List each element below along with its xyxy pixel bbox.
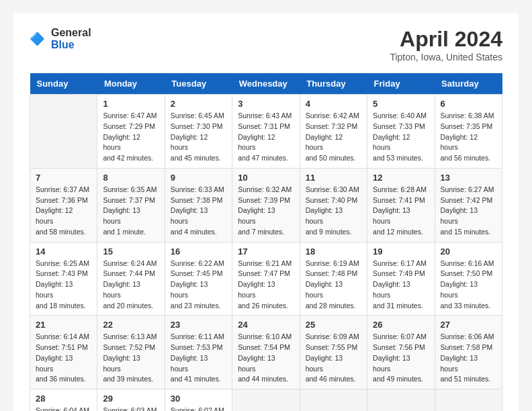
col-sunday: Sunday <box>30 73 97 95</box>
calendar-cell <box>232 390 300 412</box>
day-info: Sunrise: 6:33 AMSunset: 7:38 PMDaylight:… <box>171 185 226 238</box>
calendar-cell: 20Sunrise: 6:16 AMSunset: 7:50 PMDayligh… <box>435 242 502 316</box>
calendar-cell: 1Sunrise: 6:47 AMSunset: 7:29 PMDaylight… <box>97 95 165 169</box>
calendar-cell <box>435 390 502 412</box>
calendar-cell: 4Sunrise: 6:42 AMSunset: 7:32 PMDaylight… <box>300 95 367 169</box>
day-info: Sunrise: 6:06 AMSunset: 7:58 PMDaylight:… <box>441 332 496 385</box>
day-info: Sunrise: 6:27 AMSunset: 7:42 PMDaylight:… <box>441 185 496 238</box>
calendar-cell: 16Sunrise: 6:22 AMSunset: 7:45 PMDayligh… <box>165 242 232 316</box>
day-number: 5 <box>373 99 429 109</box>
calendar-week-row: 14Sunrise: 6:25 AMSunset: 7:43 PMDayligh… <box>30 242 502 316</box>
logo-general: General <box>51 27 91 38</box>
col-wednesday: Wednesday <box>232 73 300 95</box>
calendar-cell: 18Sunrise: 6:19 AMSunset: 7:48 PMDayligh… <box>300 242 367 316</box>
day-number: 26 <box>373 320 429 330</box>
col-tuesday: Tuesday <box>165 73 232 95</box>
day-number: 8 <box>103 173 159 183</box>
col-thursday: Thursday <box>300 73 367 95</box>
day-info: Sunrise: 6:45 AMSunset: 7:30 PMDaylight:… <box>171 111 226 164</box>
day-info: Sunrise: 6:24 AMSunset: 7:44 PMDaylight:… <box>103 259 159 312</box>
col-saturday: Saturday <box>435 73 502 95</box>
day-number: 29 <box>103 394 159 404</box>
day-info: Sunrise: 6:30 AMSunset: 7:40 PMDaylight:… <box>306 185 361 238</box>
calendar-cell: 15Sunrise: 6:24 AMSunset: 7:44 PMDayligh… <box>97 242 165 316</box>
day-info: Sunrise: 6:47 AMSunset: 7:29 PMDaylight:… <box>103 111 159 164</box>
logo-blue: Blue <box>51 39 75 50</box>
calendar-cell: 26Sunrise: 6:07 AMSunset: 7:56 PMDayligh… <box>367 316 435 390</box>
calendar-cell: 5Sunrise: 6:40 AMSunset: 7:33 PMDaylight… <box>367 95 435 169</box>
calendar-cell: 10Sunrise: 6:32 AMSunset: 7:39 PMDayligh… <box>232 168 300 242</box>
day-info: Sunrise: 6:40 AMSunset: 7:33 PMDaylight:… <box>373 111 429 164</box>
day-number: 18 <box>306 246 361 257</box>
day-info: Sunrise: 6:35 AMSunset: 7:37 PMDaylight:… <box>103 185 159 238</box>
calendar-cell: 7Sunrise: 6:37 AMSunset: 7:36 PMDaylight… <box>30 168 97 242</box>
day-number: 2 <box>171 99 226 109</box>
day-number: 13 <box>441 173 496 183</box>
day-number: 20 <box>441 246 496 257</box>
calendar-cell: 6Sunrise: 6:38 AMSunset: 7:35 PMDaylight… <box>435 95 502 169</box>
col-monday: Monday <box>97 73 165 95</box>
day-info: Sunrise: 6:04 AMSunset: 7:59 PMDaylight:… <box>36 406 91 411</box>
day-number: 15 <box>103 246 159 257</box>
day-number: 28 <box>36 394 91 404</box>
day-number: 3 <box>238 99 294 109</box>
day-number: 11 <box>306 173 361 183</box>
calendar-cell <box>300 390 367 412</box>
calendar-cell: 13Sunrise: 6:27 AMSunset: 7:42 PMDayligh… <box>435 168 502 242</box>
day-number: 9 <box>171 173 226 183</box>
day-number: 23 <box>171 320 226 330</box>
day-number: 6 <box>441 99 496 109</box>
day-number: 14 <box>36 246 91 257</box>
day-info: Sunrise: 6:25 AMSunset: 7:43 PMDaylight:… <box>36 259 91 312</box>
day-number: 22 <box>103 320 159 330</box>
day-info: Sunrise: 6:37 AMSunset: 7:36 PMDaylight:… <box>36 185 91 238</box>
day-number: 4 <box>306 99 361 109</box>
day-number: 19 <box>373 246 429 257</box>
header-row: 🔷 General Blue April 2024 Tipton, Iowa, … <box>30 27 502 62</box>
day-info: Sunrise: 6:14 AMSunset: 7:51 PMDaylight:… <box>36 332 91 385</box>
calendar-cell: 19Sunrise: 6:17 AMSunset: 7:49 PMDayligh… <box>367 242 435 316</box>
calendar-cell: 3Sunrise: 6:43 AMSunset: 7:31 PMDaylight… <box>232 95 300 169</box>
calendar-cell: 21Sunrise: 6:14 AMSunset: 7:51 PMDayligh… <box>30 316 97 390</box>
calendar-week-row: 7Sunrise: 6:37 AMSunset: 7:36 PMDaylight… <box>30 168 502 242</box>
day-number: 24 <box>238 320 294 330</box>
calendar-week-row: 21Sunrise: 6:14 AMSunset: 7:51 PMDayligh… <box>30 316 502 390</box>
day-number: 17 <box>238 246 294 257</box>
calendar-cell: 8Sunrise: 6:35 AMSunset: 7:37 PMDaylight… <box>97 168 165 242</box>
calendar-cell: 11Sunrise: 6:30 AMSunset: 7:40 PMDayligh… <box>300 168 367 242</box>
calendar-cell: 30Sunrise: 6:02 AMSunset: 8:01 PMDayligh… <box>165 390 232 412</box>
day-info: Sunrise: 6:16 AMSunset: 7:50 PMDaylight:… <box>441 259 496 312</box>
day-info: Sunrise: 6:43 AMSunset: 7:31 PMDaylight:… <box>238 111 294 164</box>
calendar-cell: 14Sunrise: 6:25 AMSunset: 7:43 PMDayligh… <box>30 242 97 316</box>
day-number: 21 <box>36 320 91 330</box>
day-number: 10 <box>238 173 294 183</box>
day-info: Sunrise: 6:07 AMSunset: 7:56 PMDaylight:… <box>373 332 429 385</box>
title-block: April 2024 Tipton, Iowa, United States <box>390 27 502 62</box>
col-friday: Friday <box>367 73 435 95</box>
day-number: 27 <box>441 320 496 330</box>
calendar-cell: 25Sunrise: 6:09 AMSunset: 7:55 PMDayligh… <box>300 316 367 390</box>
svg-text:🔷: 🔷 <box>30 31 45 46</box>
day-number: 25 <box>306 320 361 330</box>
day-info: Sunrise: 6:19 AMSunset: 7:48 PMDaylight:… <box>306 259 361 312</box>
day-number: 1 <box>103 99 159 109</box>
calendar-subtitle: Tipton, Iowa, United States <box>390 52 502 62</box>
calendar-cell: 24Sunrise: 6:10 AMSunset: 7:54 PMDayligh… <box>232 316 300 390</box>
calendar-cell: 9Sunrise: 6:33 AMSunset: 7:38 PMDaylight… <box>165 168 232 242</box>
calendar-cell: 23Sunrise: 6:11 AMSunset: 7:53 PMDayligh… <box>165 316 232 390</box>
day-info: Sunrise: 6:32 AMSunset: 7:39 PMDaylight:… <box>238 185 294 238</box>
logo-bird-icon: 🔷 <box>30 30 48 48</box>
day-info: Sunrise: 6:17 AMSunset: 7:49 PMDaylight:… <box>373 259 429 312</box>
day-number: 30 <box>171 394 226 404</box>
calendar-header-row: Sunday Monday Tuesday Wednesday Thursday… <box>30 73 502 95</box>
day-info: Sunrise: 6:02 AMSunset: 8:01 PMDaylight:… <box>171 406 226 411</box>
calendar-container: 🔷 General Blue April 2024 Tipton, Iowa, … <box>13 13 519 411</box>
calendar-table: Sunday Monday Tuesday Wednesday Thursday… <box>30 73 502 411</box>
day-info: Sunrise: 6:21 AMSunset: 7:47 PMDaylight:… <box>238 259 294 312</box>
day-number: 16 <box>171 246 226 257</box>
day-info: Sunrise: 6:10 AMSunset: 7:54 PMDaylight:… <box>238 332 294 385</box>
day-number: 12 <box>373 173 429 183</box>
calendar-cell: 28Sunrise: 6:04 AMSunset: 7:59 PMDayligh… <box>30 390 97 412</box>
day-info: Sunrise: 6:03 AMSunset: 8:00 PMDaylight:… <box>103 406 159 411</box>
calendar-title: April 2024 <box>390 27 502 52</box>
